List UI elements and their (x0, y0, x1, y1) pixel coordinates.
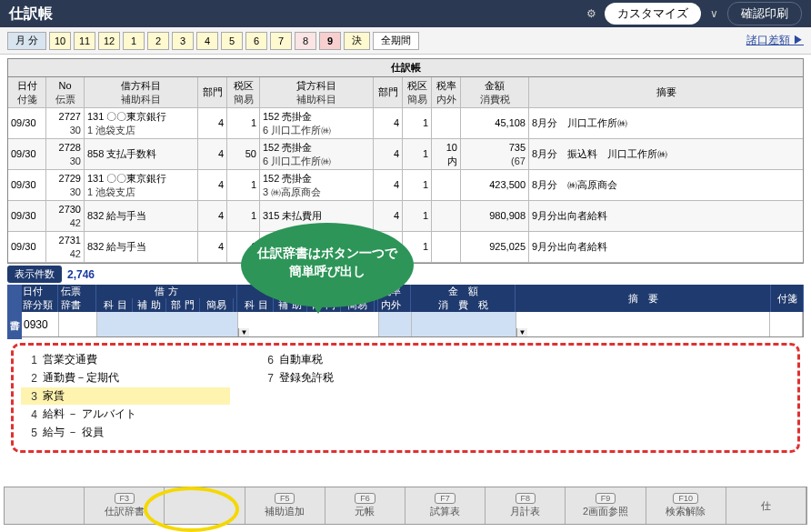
dropdown-icon[interactable]: ▼ (238, 328, 249, 336)
table-header: 日付付箋 No伝票 借方科目補助科目 部門 税区簡易 貸方科目補助科目 部門 税… (8, 77, 803, 108)
journal-table: 仕訳帳 日付付箋 No伝票 借方科目補助科目 部門 税区簡易 貸方科目補助科目 … (7, 58, 804, 264)
month-10[interactable]: 10 (49, 32, 71, 50)
customize-button[interactable]: カスタマイズ (605, 3, 701, 25)
month-9[interactable]: 9 (319, 32, 341, 50)
table-row[interactable]: 09/30273042832 給与手当 41315 未払費用 41980,908… (8, 201, 803, 232)
callout-bubble: 仕訳辞書はボタン一つで 簡単呼び出し (241, 223, 414, 307)
function-key-bar: F3仕訳辞書F5補助追加F6元帳F7試算表F8月計表F92画面参照F10検索解除… (4, 487, 807, 525)
count-value: 2,746 (67, 268, 95, 281)
month-5[interactable]: 5 (221, 32, 243, 50)
fkey-blank (165, 487, 245, 524)
kessan-button[interactable]: 決 (344, 32, 370, 50)
month-bar: 月 分 10 11 12 1 2 3 4 5 6 7 8 9 決 全期間 諸口差… (0, 27, 811, 55)
dict-item[interactable]: 1営業交通費 (21, 351, 230, 368)
dropdown-icon[interactable]: ▼ (516, 328, 527, 336)
dict-item[interactable]: 5給与 － 役員 (21, 424, 230, 441)
month-6[interactable]: 6 (245, 32, 267, 50)
dict-item[interactable]: 4給料 － アルバイト (21, 406, 230, 423)
dict-item[interactable]: 7登録免許税 (257, 369, 466, 386)
fkey-blank (5, 487, 85, 524)
table-caption: 仕訳帳 (8, 59, 803, 77)
month-8[interactable]: 8 (295, 32, 316, 50)
input-date[interactable]: 0930 (21, 312, 59, 336)
fkey-F8[interactable]: F8月計表 (486, 487, 566, 524)
dictionary-popup: 1営業交通費2通勤費－定期代3家賃4給料 － アルバイト5給与 － 役員 6自動… (11, 343, 800, 453)
titlebar-right: ⚙ カスタマイズ ∨ 確認印刷 (586, 2, 802, 25)
shoguchi-link[interactable]: 諸口差額 ▶ (746, 33, 804, 48)
dict-item[interactable]: 6自動車税 (257, 351, 466, 368)
month-label[interactable]: 月 分 (7, 32, 46, 50)
table-row[interactable]: 09/30272730131 〇〇東京銀行1 池袋支店41152 売掛金6 川口… (8, 108, 803, 139)
month-11[interactable]: 11 (74, 32, 95, 50)
month-12[interactable]: 12 (98, 32, 120, 50)
dict-side-label: 辞書 (7, 285, 22, 339)
fkey-F10[interactable]: F10検索解除 (646, 487, 726, 524)
fkey-F3[interactable]: F3仕訳辞書 (85, 487, 165, 524)
month-4[interactable]: 4 (196, 32, 218, 50)
month-1[interactable]: 1 (123, 32, 145, 50)
dict-item[interactable]: 3家賃 (21, 387, 230, 405)
titlebar: 仕訳帳 ⚙ カスタマイズ ∨ 確認印刷 (0, 0, 811, 27)
fkey-F6[interactable]: F6元帳 (325, 487, 406, 524)
month-7[interactable]: 7 (270, 32, 292, 50)
table-row[interactable]: 09/30272930131 〇〇東京銀行1 池袋支店41152 売掛金3 ㈱高… (8, 170, 803, 201)
fkey-F7[interactable]: F7試算表 (406, 487, 486, 524)
all-period-button[interactable]: 全期間 (373, 32, 419, 50)
chevron-down-icon: ∨ (710, 7, 718, 20)
entry-subheader: 日付辞分類 伝票辞書 借 方科 目補 助部 門簡易 貸 方科 目補 助部 門簡易… (20, 285, 804, 312)
gear-icon[interactable]: ⚙ (586, 7, 599, 20)
month-3[interactable]: 3 (172, 32, 194, 50)
table-row[interactable]: 09/30272830858 支払手数料 450152 売掛金6 川口工作所㈱4… (8, 139, 803, 170)
app-title: 仕訳帳 (9, 5, 53, 24)
confirm-print-button[interactable]: 確認印刷 (727, 2, 802, 25)
entry-input-row[interactable]: 0930 ▼ ▼ (20, 312, 804, 337)
fkey-F9[interactable]: F92画面参照 (566, 487, 646, 524)
fkey-blank[interactable]: 仕 (726, 487, 806, 524)
month-2[interactable]: 2 (147, 32, 169, 50)
count-label: 表示件数 (7, 266, 62, 283)
dict-item[interactable]: 2通勤費－定期代 (21, 369, 230, 386)
fkey-F5[interactable]: F5補助追加 (245, 487, 325, 524)
